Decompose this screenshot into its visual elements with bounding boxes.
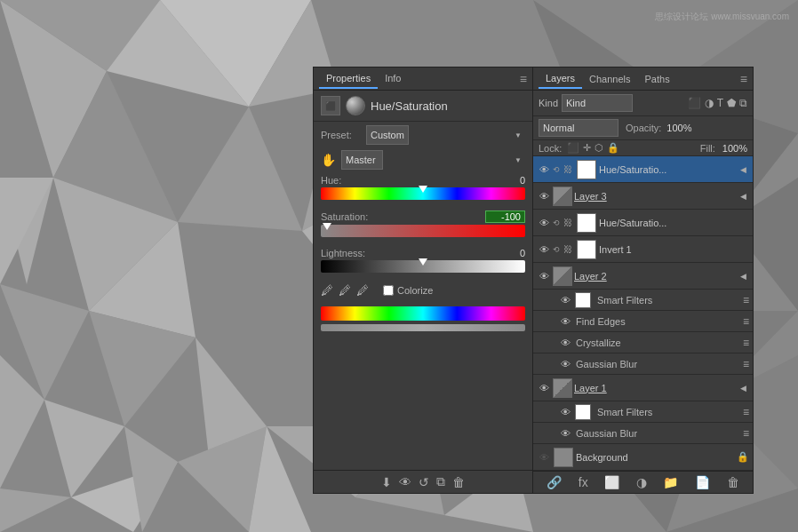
props-toolbar-reset-icon[interactable]: ↺	[419, 475, 429, 489]
layer-visibility-toggle[interactable]: 👁	[537, 242, 551, 257]
channel-select[interactable]: Master Reds Greens	[341, 150, 383, 170]
sub-layer-item[interactable]: 👁 Smart Filters ≡	[533, 290, 753, 311]
hue-value: 0	[494, 175, 525, 186]
lock-position-icon[interactable]: ✛	[583, 142, 591, 154]
hue-slider-track[interactable]	[321, 187, 525, 200]
hue-label: Hue:	[321, 175, 341, 186]
opacity-label: Opacity:	[626, 123, 661, 133]
props-toolbar-delete-icon[interactable]: 🗑	[452, 475, 465, 489]
layer-link-icon[interactable]: ⟲	[551, 242, 562, 257]
sat-slider-track[interactable]	[321, 225, 525, 237]
hue-thumb[interactable]	[419, 186, 427, 202]
tab-properties[interactable]: Properties	[319, 69, 378, 89]
lightness-section: Lightness: 0	[314, 244, 532, 280]
layer-link-icon[interactable]: ⟲	[551, 163, 562, 177]
fill-value[interactable]: 100%	[722, 143, 747, 154]
sat-thumb[interactable]	[323, 223, 331, 239]
tab-layers[interactable]: Layers	[539, 69, 582, 89]
preset-select[interactable]: Custom Default Sepia	[366, 125, 409, 145]
layer-name: Invert 1	[599, 244, 749, 255]
properties-menu-icon[interactable]: ≡	[520, 72, 527, 86]
sub-layer-item[interactable]: 👁 Find Edges ≡	[533, 311, 753, 332]
layer-visibility-toggle[interactable]: 👁	[537, 216, 551, 230]
props-toolbar-add-icon[interactable]: ⬇	[381, 475, 392, 489]
layers-adjustment-icon[interactable]: ◑	[636, 475, 647, 489]
tab-info[interactable]: Info	[378, 69, 408, 89]
sub-layer-visibility[interactable]: 👁	[558, 426, 572, 441]
layers-link-icon[interactable]: 🔗	[547, 475, 562, 489]
filter-pixel-icon[interactable]: ⬛	[688, 97, 701, 109]
eyedropper-3-icon[interactable]: 🖉	[356, 283, 369, 298]
lock-all-icon[interactable]: 🔒	[607, 142, 619, 154]
properties-tab-bar: Properties Info ≡	[314, 67, 532, 91]
layer-item[interactable]: 👁 Layer 2 ◀	[533, 263, 753, 290]
blend-select-wrapper: Normal Multiply Screen Overlay	[539, 119, 618, 137]
blend-mode-select[interactable]: Normal Multiply Screen Overlay	[539, 119, 618, 137]
layer-item[interactable]: 👁 ⟲ ⛓ Hue/Saturatio... ◀	[533, 156, 753, 183]
sub-layer-visibility[interactable]: 👁	[558, 405, 572, 419]
layer-link-icon[interactable]: ⟲	[551, 216, 562, 230]
lightness-value: 0	[494, 248, 525, 258]
layers-delete-icon[interactable]: 🗑	[727, 475, 739, 489]
layer-visibility-toggle[interactable]: 👁	[537, 189, 551, 203]
layer-item[interactable]: 👁 Layer 1 ◀	[533, 375, 753, 401]
sub-layer-icon: ≡	[743, 294, 749, 306]
layers-list[interactable]: 👁 ⟲ ⛓ Hue/Saturatio... ◀ 👁 Layer 3 ◀	[533, 156, 753, 471]
layer-visibility-toggle[interactable]: 👁	[537, 381, 551, 395]
hs-box-icon: ⬛	[321, 96, 340, 115]
hs-circle-icon	[346, 96, 365, 115]
layer-name: Hue/Saturatio...	[599, 218, 749, 228]
filter-adjust-icon[interactable]: ◑	[705, 97, 714, 109]
saturation-section: Saturation: -100	[314, 207, 532, 244]
layer-item[interactable]: 👁 Background 🔒	[533, 444, 753, 471]
tab-paths[interactable]: Paths	[638, 70, 677, 88]
props-bottom-toolbar: ⬇ 👁 ↺ ⧉ 🗑	[314, 470, 532, 493]
layer-item[interactable]: 👁 Layer 3 ◀	[533, 183, 753, 210]
filter-smart-icon[interactable]: ⧉	[739, 97, 747, 109]
layer-visibility-toggle[interactable]: 👁	[537, 450, 551, 465]
layers-group-icon[interactable]: 📁	[663, 475, 678, 489]
layer-visibility-toggle[interactable]: 👁	[537, 269, 551, 283]
sub-layer-item[interactable]: 👁 Smart Filters ≡	[533, 401, 753, 423]
blend-row: Normal Multiply Screen Overlay Opacity: …	[533, 116, 753, 140]
layers-new-icon[interactable]: 📄	[695, 475, 710, 489]
layer-name: Layer 1	[574, 383, 735, 393]
layer-visibility-toggle[interactable]: 👁	[537, 163, 551, 177]
light-thumb[interactable]	[419, 258, 427, 274]
tab-channels[interactable]: Channels	[582, 70, 637, 88]
hand-icon[interactable]: ✋	[321, 153, 336, 167]
lock-art-icon[interactable]: ⬡	[595, 142, 603, 154]
colorize-checkbox[interactable]	[383, 285, 394, 296]
props-toolbar-clip-icon[interactable]: ⧉	[436, 474, 445, 489]
layer-thumbnail	[577, 240, 596, 259]
layer-item[interactable]: 👁 ⟲ ⛓ Hue/Saturatio...	[533, 210, 753, 236]
light-slider-track[interactable]	[321, 260, 525, 273]
layer-name: Layer 3	[574, 191, 735, 202]
sub-layer-name: Smart Filters	[597, 295, 652, 306]
layer-item[interactable]: 👁 ⟲ ⛓ Invert 1	[533, 236, 753, 263]
layer-chain-icon: ⛓	[562, 216, 574, 230]
layer-group-thumbnail	[553, 187, 572, 206]
opacity-value[interactable]: 100%	[666, 123, 691, 133]
filter-shape-icon[interactable]: ⬟	[727, 97, 736, 109]
props-toolbar-eye-icon[interactable]: 👁	[399, 475, 411, 489]
layers-mask-icon[interactable]: ⬜	[604, 475, 619, 489]
filter-text-icon[interactable]: T	[717, 97, 723, 109]
kind-select[interactable]: Kind Name Effect	[562, 94, 633, 112]
layers-fx-icon[interactable]: fx	[579, 475, 588, 489]
sub-layer-visibility[interactable]: 👁	[558, 357, 572, 371]
sub-layer-name: Gaussian Blur	[576, 359, 637, 369]
eyedropper-row: 🖉 🖉 🖉 Colorize	[314, 280, 532, 301]
lock-pixels-icon[interactable]: ⬛	[567, 142, 579, 154]
watermark-text: 思综设计论坛 www.missvuan.com	[655, 11, 789, 23]
eyedropper-1-icon[interactable]: 🖉	[321, 283, 333, 298]
eyedropper-2-icon[interactable]: 🖉	[339, 283, 351, 298]
layers-menu-icon[interactable]: ≡	[740, 72, 747, 86]
sub-layer-item[interactable]: 👁 Crystallize ≡	[533, 332, 753, 353]
sub-layer-thumbnail	[575, 404, 591, 420]
sub-layer-item[interactable]: 👁 Gaussian Blur ≡	[533, 423, 753, 444]
sub-layer-visibility[interactable]: 👁	[558, 314, 572, 329]
sub-layer-visibility[interactable]: 👁	[558, 293, 572, 307]
sub-layer-item[interactable]: 👁 Gaussian Blur ≡	[533, 353, 753, 375]
sub-layer-visibility[interactable]: 👁	[558, 336, 572, 350]
